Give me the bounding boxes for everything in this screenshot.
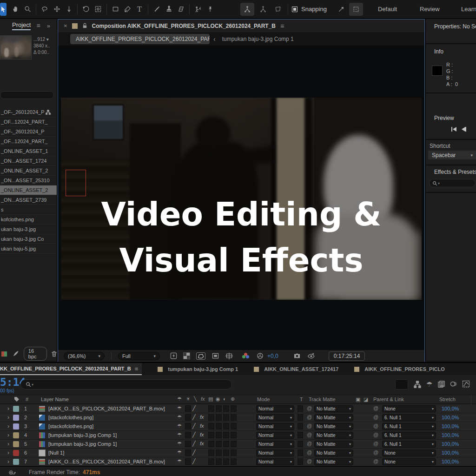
preserve-transparency-toggle[interactable]: [298, 405, 303, 412]
fx-toggle[interactable]: fx: [200, 441, 204, 446]
layer-label-color[interactable]: [13, 423, 19, 430]
transparency-grid-icon[interactable]: [184, 353, 190, 359]
panel-menu-icon[interactable]: ≡: [36, 22, 40, 29]
matte-pickwhip-icon[interactable]: @: [307, 458, 312, 464]
puppet-starch-pin-icon[interactable]: [257, 3, 269, 16]
matte-pickwhip-icon[interactable]: @: [307, 414, 312, 420]
workspace-tab-default[interactable]: Default: [378, 6, 397, 13]
stretch-value[interactable]: 100,0%: [442, 432, 459, 438]
stretch-value[interactable]: 100,0%: [442, 415, 459, 420]
quality-toggle[interactable]: [192, 441, 196, 447]
comp-timecode[interactable]: 0:17:25:14: [329, 351, 365, 361]
lasso-tool[interactable]: [39, 3, 51, 16]
project-item[interactable]: _OF-_26012024_P: [0, 107, 57, 117]
unlock-icon[interactable]: [82, 23, 87, 29]
parent-dropdown[interactable]: 6. Null 1▾: [382, 432, 436, 439]
layer-label-color[interactable]: [13, 432, 19, 438]
layer-name-column[interactable]: Layer Name: [41, 397, 69, 402]
eraser-tool[interactable]: [175, 3, 187, 16]
mode-column[interactable]: Mode: [257, 397, 270, 402]
snap-region-icon[interactable]: [349, 3, 363, 16]
layer-row[interactable]: › 6 [Null 1] Normal▾: [0, 449, 476, 457]
matte-pickwhip-icon[interactable]: @: [307, 405, 312, 411]
timeline-mini-view[interactable]: [395, 379, 408, 390]
layer-label-color[interactable]: [13, 406, 19, 412]
fx-toggle[interactable]: fx: [200, 414, 204, 420]
track-matte-column[interactable]: Track Matte: [309, 397, 336, 402]
project-item[interactable]: _OF...12024_PART_: [0, 137, 57, 146]
project-item[interactable]: ukan baju-5.jpg: [0, 244, 57, 254]
fx-toggle[interactable]: fx: [200, 432, 204, 437]
project-tab[interactable]: Project: [12, 21, 31, 30]
project-item[interactable]: _ONLINE_ASSET_2: [0, 185, 57, 195]
shortcut-dropdown[interactable]: Spacebar: [428, 151, 476, 159]
puppet-pin-tool[interactable]: [204, 3, 216, 16]
threed-column-icon[interactable]: ⊕: [231, 396, 235, 402]
close-tab-icon[interactable]: ×: [64, 22, 67, 29]
type-tool[interactable]: T: [133, 3, 145, 16]
trash-icon[interactable]: [51, 350, 57, 357]
snapshot-icon[interactable]: [293, 353, 301, 359]
exposure-value[interactable]: +0,0: [267, 353, 278, 359]
quality-toggle[interactable]: [192, 405, 196, 411]
index-column[interactable]: #: [26, 397, 28, 402]
breadcrumb-parent[interactable]: tumpukan baju-3.jpg Comp 1: [222, 36, 294, 42]
camera-orbit-tool[interactable]: [92, 3, 104, 16]
selection-tool[interactable]: [0, 3, 7, 16]
expand-arrow-icon[interactable]: ›: [7, 405, 9, 412]
first-frame-button[interactable]: [451, 127, 456, 132]
track-matte-dropdown[interactable]: No Matte▾: [314, 423, 353, 430]
matte-alpha-icon[interactable]: ▣: [356, 397, 360, 403]
expand-arrow-icon[interactable]: ›: [7, 432, 9, 438]
zoom-tool[interactable]: [21, 3, 33, 16]
workspace-tab-learn[interactable]: Learn: [461, 6, 476, 13]
bpc-button[interactable]: 16 bpc: [24, 347, 47, 361]
parent-dropdown[interactable]: None▾: [382, 405, 436, 412]
parent-pickwhip-icon[interactable]: @: [373, 414, 378, 420]
parent-dropdown[interactable]: None▾: [382, 450, 436, 456]
timeline-tab-menu-icon[interactable]: ≡: [135, 365, 139, 372]
layer-row[interactable]: › 2 [stackofclothes.png] fx Normal▾: [0, 413, 476, 422]
effects-search-input[interactable]: ▾: [429, 179, 476, 187]
shy-layers-button[interactable]: ☂: [426, 380, 432, 389]
stretch-value[interactable]: 100,0%: [442, 450, 459, 456]
shy-toggle[interactable]: [177, 423, 182, 429]
preserve-transparency-toggle[interactable]: [298, 458, 303, 465]
puppet-position-pin-icon[interactable]: [240, 3, 254, 16]
channels-icon[interactable]: [242, 353, 249, 359]
puppet-overlap-pin-icon[interactable]: [272, 3, 284, 16]
track-matte-dropdown[interactable]: No Matte▾: [314, 450, 353, 456]
parent-pickwhip-icon[interactable]: @: [373, 458, 378, 464]
fx-toggle[interactable]: fx: [200, 423, 204, 429]
parent-dropdown[interactable]: 6. Null 1▾: [382, 423, 436, 430]
track-matte-dropdown[interactable]: No Matte▾: [314, 458, 353, 465]
project-item[interactable]: _ON...ASSET_25310: [0, 176, 57, 185]
mask-visibility-icon[interactable]: [196, 352, 205, 360]
parent-pickwhip-icon[interactable]: @: [373, 405, 378, 411]
interpret-footage-icon[interactable]: [13, 350, 19, 357]
expand-arrow-icon[interactable]: ›: [7, 414, 9, 421]
preserve-transparency-toggle[interactable]: [298, 450, 303, 456]
expand-arrow-icon[interactable]: ›: [7, 458, 9, 465]
track-matte-dropdown[interactable]: No Matte▾: [314, 432, 353, 439]
parent-link-column[interactable]: Parent & Link: [373, 397, 404, 402]
parent-pickwhip-icon[interactable]: @: [373, 432, 378, 437]
mode-dropdown[interactable]: Normal▾: [256, 441, 294, 448]
expand-arrow-icon[interactable]: ›: [7, 450, 9, 456]
pan-behind-tool[interactable]: [51, 3, 63, 16]
matte-pickwhip-icon[interactable]: @: [307, 432, 312, 437]
hand-tool[interactable]: [9, 3, 21, 16]
parent-dropdown[interactable]: None▾: [382, 458, 436, 465]
parent-pickwhip-icon[interactable]: @: [373, 450, 378, 455]
shy-toggle[interactable]: [177, 414, 182, 420]
pen-tool[interactable]: [121, 3, 133, 16]
matte-luma-icon[interactable]: ◪: [364, 397, 368, 403]
stretch-value[interactable]: 100,0%: [442, 441, 459, 447]
parent-pickwhip-icon[interactable]: @: [373, 423, 378, 429]
stretch-column[interactable]: Stretch: [439, 397, 456, 402]
workspace-tab-review[interactable]: Review: [420, 6, 440, 13]
shy-column-icon[interactable]: ☂: [177, 396, 182, 402]
breadcrumb-back-icon[interactable]: ‹: [213, 35, 216, 43]
comp-tab-title[interactable]: Composition AIKK_OFFLINE_PRORES_PICLOCK_…: [92, 23, 276, 29]
timeline-tab[interactable]: AIKK_OFFLINE_PRORES_PICLO: [354, 363, 444, 375]
